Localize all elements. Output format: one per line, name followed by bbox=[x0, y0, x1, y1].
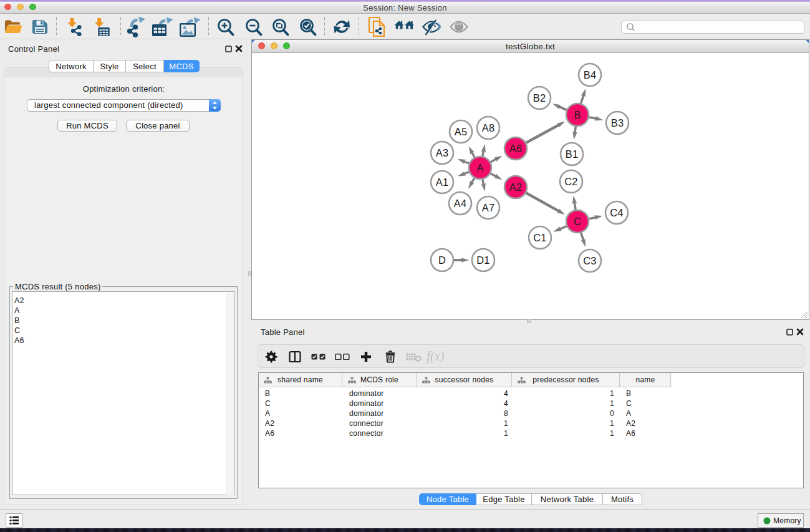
svg-text:A6: A6 bbox=[509, 143, 523, 154]
svg-text:C: C bbox=[574, 216, 581, 227]
svg-text:A1: A1 bbox=[436, 177, 449, 188]
svg-text:D1: D1 bbox=[476, 254, 489, 266]
svg-text:C3: C3 bbox=[583, 255, 596, 266]
svg-text:B4: B4 bbox=[584, 69, 597, 80]
svg-text:C1: C1 bbox=[533, 232, 546, 243]
svg-text:A3: A3 bbox=[436, 147, 449, 158]
svg-text:B3: B3 bbox=[611, 117, 624, 128]
svg-text:B2: B2 bbox=[533, 92, 546, 104]
svg-text:B: B bbox=[574, 109, 581, 120]
svg-text:C4: C4 bbox=[610, 207, 623, 218]
svg-text:A4: A4 bbox=[454, 198, 467, 209]
svg-text:B1: B1 bbox=[566, 148, 579, 160]
svg-text:C2: C2 bbox=[564, 176, 577, 187]
svg-text:A8: A8 bbox=[482, 122, 495, 133]
svg-text:A2: A2 bbox=[509, 181, 523, 193]
svg-text:A: A bbox=[476, 162, 483, 173]
svg-text:D: D bbox=[438, 254, 446, 266]
svg-text:A5: A5 bbox=[455, 126, 468, 137]
svg-text:A7: A7 bbox=[482, 202, 495, 213]
